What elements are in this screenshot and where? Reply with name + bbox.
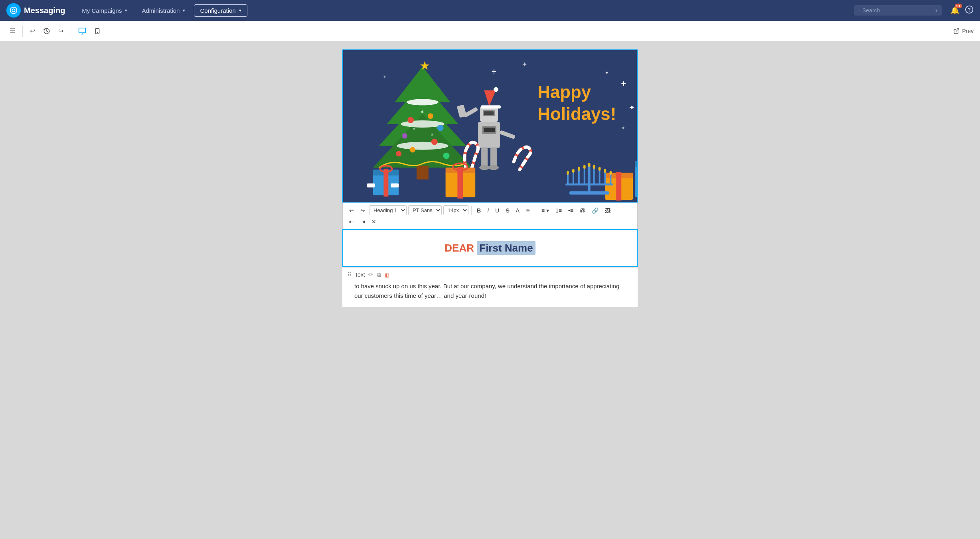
preview-button[interactable]: Prev: [953, 28, 974, 34]
nav-configuration[interactable]: Configuration ▾: [194, 4, 247, 17]
link-button[interactable]: 🔗: [589, 206, 601, 215]
search-input[interactable]: [862, 7, 932, 14]
svg-text:+: +: [621, 79, 626, 89]
svg-point-92: [599, 167, 601, 171]
svg-line-4: [859, 11, 859, 11]
svg-text:❄: ❄: [413, 127, 415, 131]
help-button[interactable]: ?: [965, 5, 974, 16]
svg-rect-45: [484, 111, 494, 115]
indent-left-button[interactable]: ⇤: [347, 217, 356, 226]
heading-block[interactable]: DEAR First Name: [342, 229, 638, 267]
chevron-down-icon: ▾: [125, 8, 127, 13]
svg-text:✦: ✦: [605, 70, 609, 76]
toolbar-divider-2: [71, 26, 71, 37]
mobile-view-button[interactable]: [91, 25, 104, 37]
first-name-placeholder[interactable]: First Name: [477, 241, 535, 255]
svg-rect-77: [565, 183, 613, 185]
tb-divider-2: [536, 206, 536, 215]
hamburger-menu-button[interactable]: ☰: [6, 25, 18, 37]
svg-rect-68: [635, 165, 637, 197]
delete-text-icon[interactable]: 🗑: [384, 271, 390, 278]
svg-text:❄: ❄: [421, 110, 424, 114]
desktop-view-button[interactable]: [75, 25, 89, 37]
svg-text:★: ★: [419, 59, 430, 72]
clear-format-button[interactable]: ✕: [369, 217, 379, 226]
nav-icon-group: 🔔 9+ ?: [950, 5, 974, 16]
image-block[interactable]: + + + ✦ ✦ Happy Holidays!: [342, 49, 638, 203]
highlight-button[interactable]: ✏: [524, 206, 533, 215]
italic-button[interactable]: I: [485, 206, 491, 215]
search-dropdown-icon[interactable]: ▾: [935, 8, 938, 13]
bold-button[interactable]: B: [474, 206, 483, 215]
svg-point-28: [407, 99, 439, 105]
hr-button[interactable]: —: [614, 206, 625, 215]
text-block-action-bar: ⠿ Text ✏ ⧉ 🗑: [342, 268, 638, 281]
svg-text:❄: ❄: [431, 133, 434, 137]
svg-point-89: [583, 165, 586, 169]
app-logo[interactable]: Messaging: [6, 3, 65, 18]
edit-text-icon[interactable]: ✏: [368, 271, 373, 278]
svg-rect-76: [588, 165, 591, 191]
svg-rect-79: [573, 171, 574, 184]
svg-rect-84: [604, 171, 606, 184]
svg-rect-47: [481, 105, 501, 108]
search-icon: [858, 8, 859, 13]
unordered-list-button[interactable]: •≡: [566, 206, 576, 215]
svg-rect-81: [584, 167, 585, 184]
tb-divider-1: [471, 206, 472, 215]
svg-point-48: [494, 87, 498, 92]
svg-point-38: [396, 151, 401, 157]
svg-rect-66: [457, 167, 463, 199]
undo-text-button[interactable]: ↩: [347, 206, 356, 215]
undo-button[interactable]: ↩: [27, 25, 38, 37]
svg-point-54: [479, 165, 490, 170]
svg-line-13: [956, 29, 959, 31]
svg-rect-62: [367, 183, 375, 187]
mention-button[interactable]: @: [577, 206, 588, 215]
redo-button[interactable]: ↪: [55, 25, 67, 37]
text-format-toolbar: ↩ ↪ Heading 1 Heading 2 Heading 3 Normal…: [342, 203, 638, 229]
copy-text-icon[interactable]: ⧉: [377, 271, 381, 278]
align-button[interactable]: ≡ ▾: [539, 206, 551, 215]
redo-text-button[interactable]: ↪: [358, 206, 368, 215]
svg-point-32: [428, 113, 433, 119]
svg-point-34: [402, 133, 407, 139]
desktop-icon: [78, 27, 86, 35]
svg-text:✦: ✦: [383, 74, 387, 80]
indent-right-button[interactable]: ⇥: [358, 217, 368, 226]
svg-point-12: [97, 32, 97, 33]
svg-point-94: [609, 171, 612, 175]
svg-rect-83: [599, 169, 601, 184]
svg-point-87: [572, 169, 575, 173]
top-navigation: Messaging My Campaigns ▾ Administration …: [0, 0, 980, 21]
svg-point-36: [410, 147, 415, 153]
nav-my-campaigns[interactable]: My Campaigns ▾: [76, 5, 133, 16]
notifications-button[interactable]: 🔔 9+: [950, 6, 959, 15]
image-insert-button[interactable]: 🖼: [603, 206, 613, 215]
nav-administration[interactable]: Administration ▾: [136, 5, 191, 16]
holiday-image: + + + ✦ ✦ Happy Holidays!: [343, 50, 637, 202]
holiday-illustration: + + + ✦ ✦ Happy Holidays!: [343, 50, 637, 202]
ordered-list-button[interactable]: 1≡: [553, 206, 564, 215]
underline-button[interactable]: U: [493, 206, 502, 215]
svg-point-91: [593, 165, 595, 169]
logo-icon: [6, 3, 21, 18]
dear-text: DEAR: [445, 242, 474, 254]
svg-rect-26: [417, 165, 429, 179]
svg-rect-8: [79, 28, 86, 33]
svg-text:✦: ✦: [621, 125, 626, 131]
font-size-select[interactable]: 10px 12px 14px 16px: [443, 205, 468, 215]
font-family-select[interactable]: PT Sans Arial Georgia: [408, 205, 442, 215]
undo-alt-button[interactable]: [40, 25, 53, 37]
font-color-button[interactable]: A: [513, 206, 522, 215]
drag-handle-icon[interactable]: ⠿: [347, 271, 352, 278]
svg-rect-82: [593, 167, 595, 184]
heading-block-label: [343, 265, 350, 267]
svg-point-90: [588, 163, 591, 167]
search-box: ▾: [854, 5, 942, 16]
chevron-down-icon: ▾: [239, 8, 241, 13]
heading-style-select[interactable]: Heading 1 Heading 2 Heading 3 Normal: [369, 205, 407, 215]
canvas-area: + + + ✦ ✦ Happy Holidays!: [0, 41, 980, 539]
strikethrough-button[interactable]: S: [503, 206, 512, 215]
svg-rect-69: [635, 161, 637, 167]
